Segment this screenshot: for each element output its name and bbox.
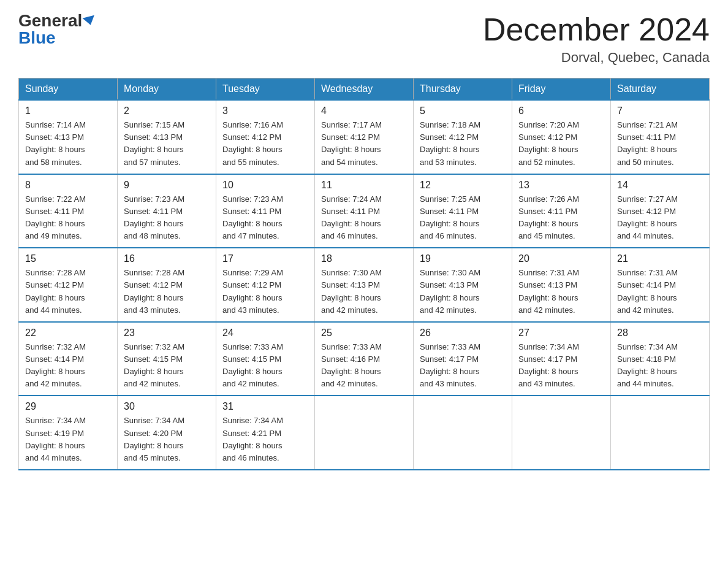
day-info: Sunrise: 7:33 AMSunset: 4:17 PMDaylight:…: [420, 342, 480, 388]
title-section: December 2024 Dorval, Quebec, Canada: [483, 12, 710, 66]
calendar-cell: 30 Sunrise: 7:34 AMSunset: 4:20 PMDaylig…: [118, 396, 216, 470]
day-number: 1: [25, 105, 111, 117]
calendar-cell: 2 Sunrise: 7:15 AMSunset: 4:13 PMDayligh…: [118, 100, 216, 174]
day-number: 15: [25, 253, 111, 264]
logo: General Blue: [18, 12, 96, 47]
day-number: 3: [222, 105, 308, 117]
day-info: Sunrise: 7:33 AMSunset: 4:15 PMDaylight:…: [222, 342, 283, 388]
month-title: December 2024: [483, 12, 710, 47]
day-info: Sunrise: 7:29 AMSunset: 4:12 PMDaylight:…: [222, 268, 283, 314]
calendar-cell: 26 Sunrise: 7:33 AMSunset: 4:17 PMDaylig…: [414, 322, 512, 396]
calendar-cell: 11 Sunrise: 7:24 AMSunset: 4:11 PMDaylig…: [315, 174, 414, 248]
calendar-week-3: 15 Sunrise: 7:28 AMSunset: 4:12 PMDaylig…: [19, 248, 710, 322]
day-info: Sunrise: 7:33 AMSunset: 4:16 PMDaylight:…: [321, 342, 382, 388]
day-header-friday: Friday: [512, 79, 611, 101]
day-number: 30: [124, 401, 210, 412]
calendar-cell: 15 Sunrise: 7:28 AMSunset: 4:12 PMDaylig…: [19, 248, 118, 322]
day-header-saturday: Saturday: [611, 79, 710, 101]
day-number: 16: [124, 253, 210, 264]
calendar-cell: 12 Sunrise: 7:25 AMSunset: 4:11 PMDaylig…: [414, 174, 512, 248]
calendar-cell: 25 Sunrise: 7:33 AMSunset: 4:16 PMDaylig…: [315, 322, 414, 396]
calendar-week-1: 1 Sunrise: 7:14 AMSunset: 4:13 PMDayligh…: [19, 100, 710, 174]
day-number: 26: [420, 327, 506, 339]
day-info: Sunrise: 7:31 AMSunset: 4:14 PMDaylight:…: [617, 268, 678, 314]
day-header-wednesday: Wednesday: [315, 79, 414, 101]
day-number: 7: [617, 105, 703, 117]
calendar-cell: 28 Sunrise: 7:34 AMSunset: 4:18 PMDaylig…: [611, 322, 710, 396]
day-info: Sunrise: 7:34 AMSunset: 4:19 PMDaylight:…: [25, 416, 86, 462]
day-number: 6: [518, 105, 604, 117]
calendar-cell: 29 Sunrise: 7:34 AMSunset: 4:19 PMDaylig…: [19, 396, 118, 470]
day-info: Sunrise: 7:30 AMSunset: 4:13 PMDaylight:…: [420, 268, 480, 314]
day-info: Sunrise: 7:34 AMSunset: 4:18 PMDaylight:…: [617, 342, 678, 388]
calendar-week-4: 22 Sunrise: 7:32 AMSunset: 4:14 PMDaylig…: [19, 322, 710, 396]
day-number: 10: [222, 180, 308, 191]
day-info: Sunrise: 7:27 AMSunset: 4:12 PMDaylight:…: [617, 194, 678, 240]
day-header-monday: Monday: [118, 79, 216, 101]
calendar-cell: 6 Sunrise: 7:20 AMSunset: 4:12 PMDayligh…: [512, 100, 611, 174]
calendar-cell: [611, 396, 710, 470]
calendar-cell: 14 Sunrise: 7:27 AMSunset: 4:12 PMDaylig…: [611, 174, 710, 248]
day-info: Sunrise: 7:30 AMSunset: 4:13 PMDaylight:…: [321, 268, 382, 314]
day-info: Sunrise: 7:15 AMSunset: 4:13 PMDaylight:…: [124, 120, 184, 166]
calendar-cell: 9 Sunrise: 7:23 AMSunset: 4:11 PMDayligh…: [118, 174, 216, 248]
calendar-cell: 1 Sunrise: 7:14 AMSunset: 4:13 PMDayligh…: [19, 100, 118, 174]
day-info: Sunrise: 7:24 AMSunset: 4:11 PMDaylight:…: [321, 194, 382, 240]
day-info: Sunrise: 7:32 AMSunset: 4:15 PMDaylight:…: [124, 342, 184, 388]
header-row: SundayMondayTuesdayWednesdayThursdayFrid…: [19, 79, 710, 101]
calendar-cell: [414, 396, 512, 470]
calendar-cell: 27 Sunrise: 7:34 AMSunset: 4:17 PMDaylig…: [512, 322, 611, 396]
day-number: 2: [124, 105, 210, 117]
calendar-cell: 7 Sunrise: 7:21 AMSunset: 4:11 PMDayligh…: [611, 100, 710, 174]
calendar-cell: 4 Sunrise: 7:17 AMSunset: 4:12 PMDayligh…: [315, 100, 414, 174]
day-number: 24: [222, 327, 308, 339]
day-info: Sunrise: 7:22 AMSunset: 4:11 PMDaylight:…: [25, 194, 86, 240]
day-info: Sunrise: 7:18 AMSunset: 4:12 PMDaylight:…: [420, 120, 480, 166]
calendar-cell: [315, 396, 414, 470]
calendar-cell: 10 Sunrise: 7:23 AMSunset: 4:11 PMDaylig…: [216, 174, 315, 248]
day-number: 28: [617, 327, 703, 339]
day-number: 29: [25, 401, 111, 412]
day-header-tuesday: Tuesday: [216, 79, 315, 101]
calendar-cell: 16 Sunrise: 7:28 AMSunset: 4:12 PMDaylig…: [118, 248, 216, 322]
day-number: 9: [124, 180, 210, 191]
calendar-cell: 19 Sunrise: 7:30 AMSunset: 4:13 PMDaylig…: [414, 248, 512, 322]
day-header-thursday: Thursday: [414, 79, 512, 101]
calendar-cell: 8 Sunrise: 7:22 AMSunset: 4:11 PMDayligh…: [19, 174, 118, 248]
day-info: Sunrise: 7:25 AMSunset: 4:11 PMDaylight:…: [420, 194, 480, 240]
day-info: Sunrise: 7:28 AMSunset: 4:12 PMDaylight:…: [124, 268, 184, 314]
day-number: 25: [321, 327, 407, 339]
day-number: 18: [321, 253, 407, 264]
logo-arrow-icon: [83, 15, 97, 27]
calendar-cell: 20 Sunrise: 7:31 AMSunset: 4:13 PMDaylig…: [512, 248, 611, 322]
day-info: Sunrise: 7:23 AMSunset: 4:11 PMDaylight:…: [124, 194, 184, 240]
day-number: 23: [124, 327, 210, 339]
day-info: Sunrise: 7:16 AMSunset: 4:12 PMDaylight:…: [222, 120, 283, 166]
day-info: Sunrise: 7:34 AMSunset: 4:20 PMDaylight:…: [124, 416, 184, 462]
day-info: Sunrise: 7:26 AMSunset: 4:11 PMDaylight:…: [518, 194, 579, 240]
calendar-cell: 18 Sunrise: 7:30 AMSunset: 4:13 PMDaylig…: [315, 248, 414, 322]
day-info: Sunrise: 7:20 AMSunset: 4:12 PMDaylight:…: [518, 120, 579, 166]
day-info: Sunrise: 7:14 AMSunset: 4:13 PMDaylight:…: [25, 120, 86, 166]
page-header: General Blue December 2024 Dorval, Quebe…: [18, 12, 710, 66]
day-number: 13: [518, 180, 604, 191]
day-number: 4: [321, 105, 407, 117]
day-info: Sunrise: 7:32 AMSunset: 4:14 PMDaylight:…: [25, 342, 86, 388]
calendar-table: SundayMondayTuesdayWednesdayThursdayFrid…: [18, 78, 710, 470]
day-info: Sunrise: 7:31 AMSunset: 4:13 PMDaylight:…: [518, 268, 579, 314]
calendar-cell: 24 Sunrise: 7:33 AMSunset: 4:15 PMDaylig…: [216, 322, 315, 396]
calendar-cell: 13 Sunrise: 7:26 AMSunset: 4:11 PMDaylig…: [512, 174, 611, 248]
day-number: 19: [420, 253, 506, 264]
day-header-sunday: Sunday: [19, 79, 118, 101]
day-number: 20: [518, 253, 604, 264]
day-number: 11: [321, 180, 407, 191]
calendar-cell: 22 Sunrise: 7:32 AMSunset: 4:14 PMDaylig…: [19, 322, 118, 396]
day-info: Sunrise: 7:34 AMSunset: 4:21 PMDaylight:…: [222, 416, 283, 462]
day-info: Sunrise: 7:21 AMSunset: 4:11 PMDaylight:…: [617, 120, 678, 166]
day-info: Sunrise: 7:17 AMSunset: 4:12 PMDaylight:…: [321, 120, 382, 166]
day-info: Sunrise: 7:23 AMSunset: 4:11 PMDaylight:…: [222, 194, 283, 240]
calendar-cell: 23 Sunrise: 7:32 AMSunset: 4:15 PMDaylig…: [118, 322, 216, 396]
day-number: 12: [420, 180, 506, 191]
day-info: Sunrise: 7:34 AMSunset: 4:17 PMDaylight:…: [518, 342, 579, 388]
calendar-cell: 3 Sunrise: 7:16 AMSunset: 4:12 PMDayligh…: [216, 100, 315, 174]
